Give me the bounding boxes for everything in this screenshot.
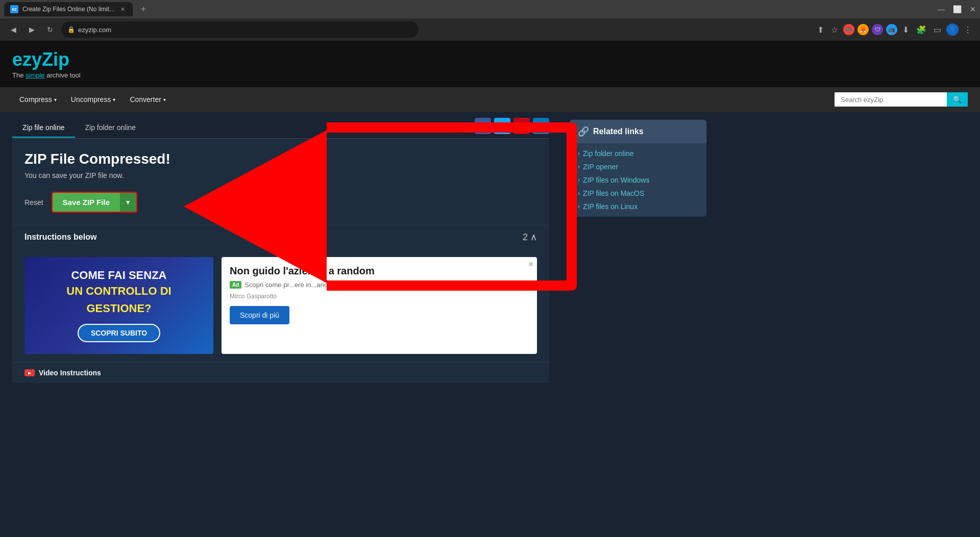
twitter-share-button[interactable]: t [494, 118, 510, 134]
url-text: ezyzip.com [78, 26, 111, 34]
profile-icon[interactable]: 👤 [946, 23, 959, 36]
logo-tagline: The simple archive tool [12, 71, 81, 79]
linkedin-share-button[interactable]: in [533, 118, 549, 134]
nav-converter-label: Converter [130, 95, 161, 104]
new-tab-button[interactable]: + [137, 4, 151, 15]
site-nav: Compress ▾ Uncompress ▾ Converter ▾ 🔍 [0, 87, 980, 112]
search-input[interactable] [835, 92, 947, 107]
main-layout: Zip file online Zip folder online f t P … [0, 112, 980, 395]
tagline-highlight: simple [26, 71, 45, 79]
result-actions: Reset Save ZIP File ▼ [24, 192, 537, 213]
extension-icon-1[interactable]: 🎮 [843, 24, 854, 35]
nav-converter[interactable]: Converter ▾ [122, 87, 173, 112]
link-label: ZIP files on MacOS [583, 189, 644, 197]
back-button[interactable]: ◀ [6, 22, 20, 37]
related-links-box: 🔗 Related links › Zip folder online › ZI… [570, 120, 706, 217]
save-zip-dropdown-button[interactable]: ▼ [120, 193, 136, 212]
pinterest-share-button[interactable]: P [513, 118, 530, 134]
nav-uncompress[interactable]: Uncompress ▾ [64, 87, 123, 112]
result-title: ZIP File Compressed! [24, 151, 537, 167]
result-panel: ZIP File Compressed! You can save your Z… [12, 139, 549, 225]
link-arrow-icon: › [578, 150, 580, 157]
link-label: ZIP files on Linux [583, 202, 638, 211]
compress-arrow-icon: ▾ [54, 97, 57, 103]
link-label: ZIP files on Windows [583, 176, 649, 184]
logo-suffix: Zip [42, 49, 69, 70]
ad-image-text3: GESTIONE? [86, 302, 151, 315]
link-icon: 🔗 [578, 126, 589, 137]
bookmark-icon[interactable]: ☆ [829, 23, 840, 37]
browser-actions: ⬆ ☆ 🎮 🦊 🛡 📺 ⬇ 🧩 ▭ 👤 ⋮ [815, 23, 974, 37]
link-zip-folder-online[interactable]: › Zip folder online [578, 149, 698, 158]
close-window-button[interactable]: ✕ [970, 5, 976, 13]
ad-description: Scopri come pr...ere in...ano i numeri d… [244, 281, 401, 289]
ad-label: ⊠ [529, 261, 533, 267]
address-bar[interactable]: 🔒 ezyzip.com [61, 21, 419, 38]
link-arrow-icon: › [578, 163, 580, 170]
nav-items: Compress ▾ Uncompress ▾ Converter ▾ [12, 87, 173, 112]
search-bar: 🔍 [835, 92, 968, 107]
link-zip-linux[interactable]: › ZIP files on Linux [578, 202, 698, 211]
converter-arrow-icon: ▾ [163, 97, 166, 103]
tab-zip-file-online[interactable]: Zip file online [12, 118, 75, 138]
ad-close-icon[interactable]: ⊠ [529, 261, 533, 267]
ad-image-banner[interactable]: COME FAI SENZA UN CONTROLLO DI GESTIONE?… [24, 257, 213, 354]
maximize-button[interactable]: ⬜ [953, 5, 962, 13]
forward-button[interactable]: ▶ [24, 22, 39, 37]
browser-chrome: ez Create Zip Files Online (No limit... … [0, 0, 980, 41]
ad-advertiser: Mirco Gasparotto [230, 293, 529, 300]
ad-sponsor-badge: Ad [230, 281, 241, 289]
search-button[interactable]: 🔍 [947, 92, 968, 107]
tab-close-button[interactable]: ✕ [118, 5, 127, 13]
link-zip-opener[interactable]: › ZIP opener [578, 163, 698, 171]
link-arrow-icon: › [578, 190, 580, 197]
share-icon[interactable]: ⬆ [815, 23, 826, 37]
logo[interactable]: ezyZip The simple archive tool [12, 49, 81, 79]
browser-titlebar: ez Create Zip Files Online (No limit... … [0, 0, 980, 18]
extensions-icon[interactable]: 🧩 [914, 23, 928, 37]
extension-icon-2[interactable]: 🦊 [857, 24, 869, 35]
facebook-share-button[interactable]: f [475, 118, 491, 134]
video-icon: ▶ [24, 369, 35, 376]
tab-zip-folder-online[interactable]: Zip folder online [75, 118, 146, 138]
video-instructions-label: Video Instructions [39, 369, 101, 377]
link-label: ZIP opener [583, 163, 618, 171]
ad-section: COME FAI SENZA UN CONTROLLO DI GESTIONE?… [12, 249, 549, 362]
ad-image-text2: UN CONTROLLO DI [66, 285, 171, 298]
site-header: ezyZip The simple archive tool [0, 41, 980, 87]
instructions-label: Instructions below [24, 233, 96, 242]
refresh-button[interactable]: ↻ [43, 22, 57, 37]
video-instructions: ▶ Video Instructions [12, 362, 549, 383]
related-links-title: Related links [593, 127, 644, 136]
link-zip-macos[interactable]: › ZIP files on MacOS [578, 189, 698, 197]
reset-label: Reset [24, 198, 43, 207]
browser-controls: ◀ ▶ ↻ 🔒 ezyzip.com ⬆ ☆ 🎮 🦊 🛡 📺 ⬇ 🧩 ▭ 👤 ⋮ [0, 18, 980, 41]
instructions-toggle-button[interactable]: 2 ∧ [523, 232, 537, 243]
ad-title: Non guido l'azienda a random [230, 265, 529, 277]
logo-prefix: ezy [12, 49, 42, 70]
link-zip-windows[interactable]: › ZIP files on Windows [578, 176, 698, 184]
tab-title: Create Zip Files Online (No limit... [22, 6, 114, 13]
ad-cta-button[interactable]: Scopri di più [230, 306, 289, 324]
download-icon[interactable]: ⬇ [900, 23, 911, 37]
ad-image-cta-button[interactable]: SCOPRI SUBITO [78, 324, 160, 342]
nav-compress[interactable]: Compress ▾ [12, 87, 64, 112]
nav-compress-label: Compress [19, 95, 52, 104]
ad-image-text1: COME FAI SENZA [71, 269, 166, 282]
menu-icon[interactable]: ⋮ [962, 23, 974, 37]
related-links-list: › Zip folder online › ZIP opener › ZIP f… [570, 143, 706, 217]
save-zip-button[interactable]: Save ZIP File [53, 193, 120, 212]
minimize-button[interactable]: — [938, 5, 945, 13]
lock-icon: 🔒 [67, 26, 75, 33]
page-tabs: Zip file online Zip folder online f t P … [12, 112, 549, 139]
save-btn-group: Save ZIP File ▼ [52, 192, 137, 213]
link-arrow-icon: › [578, 203, 580, 210]
sidebar-toggle-icon[interactable]: ▭ [932, 23, 943, 37]
result-subtitle: You can save your ZIP file now. [24, 171, 537, 180]
extension-icon-4[interactable]: 📺 [886, 24, 897, 35]
extension-icon-3[interactable]: 🛡 [872, 24, 883, 35]
instructions-bar: Instructions below 2 ∧ [12, 225, 549, 249]
sidebar: 🔗 Related links › Zip folder online › ZI… [561, 112, 715, 395]
related-links-header: 🔗 Related links [570, 120, 706, 143]
browser-tab[interactable]: ez Create Zip Files Online (No limit... … [4, 2, 133, 16]
